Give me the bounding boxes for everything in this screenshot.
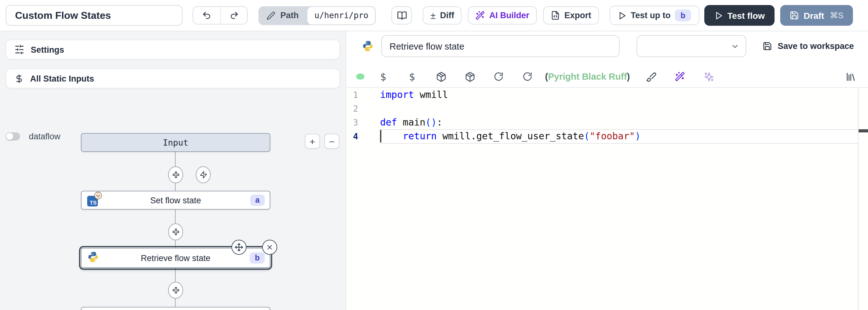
library-icon — [845, 71, 856, 82]
static-inputs-button[interactable]: $ — [377, 71, 390, 83]
flow-graph: dataflow + − Input TS Set flow state a — [0, 120, 346, 310]
redo-button[interactable] — [220, 7, 247, 24]
step-header: Retrieve flow state Save to workspace — [346, 31, 868, 61]
step-node-a-badge: a — [250, 195, 265, 206]
save-icon — [790, 11, 799, 20]
save-draft-button[interactable]: Draft ⌘S — [780, 5, 853, 26]
editor-toolbar: $ $ (Pyright Black Ruff) — [346, 61, 868, 88]
test-flow-button[interactable]: Test flow — [704, 5, 775, 26]
toggle-knob — [6, 133, 13, 140]
ai-builder-label: AI Builder — [489, 11, 529, 20]
language-select[interactable] — [637, 35, 746, 57]
reload-button[interactable] — [521, 72, 534, 82]
ai-builder-button[interactable]: AI Builder — [468, 6, 537, 25]
code-line[interactable]: 2 — [346, 102, 868, 115]
test-up-to-label: Test up to — [631, 11, 671, 20]
diff-label: Diff — [440, 11, 454, 20]
lightning-icon — [199, 171, 207, 179]
plus-minus-icon: ± — [431, 11, 436, 20]
code-line[interactable]: 3def main(): — [346, 115, 868, 129]
result-node[interactable]: Result — [81, 307, 270, 310]
code-lines: 1import wmill23def main():4 return wmill… — [346, 88, 868, 143]
add-step-button[interactable] — [168, 166, 183, 183]
plus-icon — [172, 286, 180, 294]
file-code-icon — [551, 11, 560, 20]
wand-sparkles-icon — [675, 72, 685, 82]
line-number: 4 — [346, 131, 358, 141]
dollar-icon — [14, 74, 24, 83]
text-cursor — [380, 130, 381, 142]
sliders-icon — [14, 45, 25, 55]
add-step-button[interactable] — [168, 282, 183, 299]
step-name-value: Retrieve flow state — [390, 41, 464, 51]
static-inputs-button[interactable]: $ — [406, 71, 418, 83]
code-editor[interactable]: 1import wmill23def main():4 return wmill… — [346, 88, 868, 310]
line-number: 3 — [346, 117, 358, 128]
code-line-content: import wmill — [358, 89, 448, 101]
dataflow-toggle[interactable] — [6, 133, 20, 141]
pencil-icon — [267, 11, 275, 20]
delete-step-button[interactable] — [262, 240, 277, 255]
input-node[interactable]: Input — [81, 133, 270, 152]
sparkles-icon — [704, 71, 714, 82]
graph-zoom-in-button[interactable]: + — [305, 134, 320, 149]
ai-generate-button[interactable] — [703, 71, 715, 82]
library-button[interactable] — [844, 71, 857, 82]
flow-title-input[interactable]: Custom Flow States — [6, 5, 183, 26]
dataflow-toggle-row: dataflow — [6, 132, 61, 141]
python-icon — [87, 251, 99, 265]
path-button[interactable]: Path u/henri/pro — [258, 6, 376, 25]
all-static-inputs-button[interactable]: All Static Inputs — [6, 68, 340, 88]
export-label: Export — [564, 11, 591, 20]
test-up-to-button[interactable]: Test up to b — [609, 6, 699, 25]
package-button[interactable] — [435, 71, 447, 82]
format-code-button[interactable] — [645, 71, 658, 82]
ai-assistant-button[interactable] — [674, 72, 686, 82]
save-to-workspace-button[interactable]: Save to workspace — [763, 41, 854, 51]
reload-button[interactable] — [492, 72, 505, 82]
code-assistants-status: (Pyright Black Ruff) — [545, 72, 630, 82]
package-icon — [464, 71, 475, 82]
undo-icon — [202, 11, 211, 20]
path-label-segment: Path — [258, 6, 307, 25]
test-up-to-step-badge: b — [675, 9, 691, 21]
step-editor-panel: Retrieve flow state Save to workspace $ … — [346, 31, 868, 310]
step-node-b-label: Retrieve flow state — [82, 253, 270, 263]
graph-zoom-out-button[interactable]: − — [324, 134, 339, 149]
green-status-dot — [356, 74, 364, 80]
draft-label: Draft — [804, 10, 824, 20]
all-static-inputs-label: All Static Inputs — [30, 74, 94, 83]
diff-button[interactable]: ± Diff — [423, 6, 462, 25]
editor-scrollbar-gutter[interactable] — [858, 88, 859, 310]
add-step-button[interactable] — [168, 223, 183, 241]
redo-icon — [229, 11, 239, 20]
play-icon — [714, 11, 723, 20]
step-name-input[interactable]: Retrieve flow state — [381, 35, 620, 57]
package-button[interactable] — [463, 71, 476, 82]
step-node-a[interactable]: TS Set flow state a — [81, 191, 270, 209]
settings-button[interactable]: Settings — [6, 39, 340, 60]
test-flow-label: Test flow — [727, 10, 765, 20]
plus-icon — [172, 228, 180, 236]
overview-ruler-cursor-mark — [859, 129, 868, 133]
export-button[interactable]: Export — [543, 6, 599, 25]
input-node-label: Input — [82, 137, 270, 147]
code-line[interactable]: 1import wmill — [346, 88, 868, 102]
docs-button[interactable] — [392, 6, 412, 25]
assistants-names: Pyright Black Ruff — [548, 72, 627, 82]
refresh-icon — [494, 72, 504, 82]
code-line[interactable]: 4 return wmill.get_flow_user_state("foob… — [346, 129, 868, 143]
code-line-content: def main(): — [358, 117, 442, 128]
step-node-b-badge: b — [250, 252, 265, 263]
close-icon — [266, 244, 274, 251]
draft-shortcut: ⌘S — [830, 11, 843, 20]
add-trigger-button[interactable] — [196, 166, 211, 183]
path-value[interactable]: u/henri/pro — [307, 6, 376, 25]
save-to-workspace-label: Save to workspace — [778, 41, 854, 51]
undo-button[interactable] — [193, 7, 220, 24]
move-step-button[interactable] — [231, 240, 246, 255]
book-open-icon — [397, 10, 407, 20]
bun-icon — [94, 191, 102, 200]
package-icon — [436, 71, 446, 82]
paintbrush-icon — [646, 71, 657, 82]
